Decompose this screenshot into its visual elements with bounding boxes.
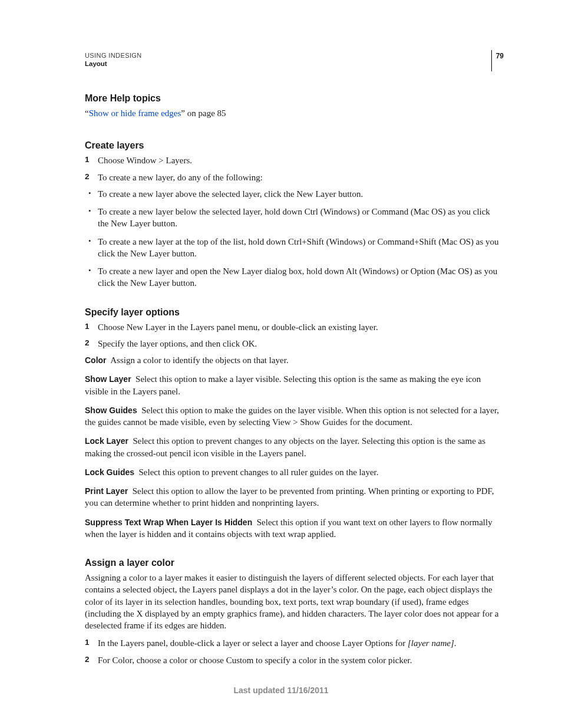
step-number: 1 (85, 321, 90, 332)
assign-color-steps: 1 In the Layers panel, double-click a la… (85, 637, 500, 666)
list-item: To create a new layer above the selected… (85, 188, 500, 200)
step-text: Specify the layer options, and then clic… (98, 339, 257, 348)
list-item: To create a new layer at the top of the … (85, 236, 500, 260)
specify-options-steps: 1Choose New Layer in the Layers panel me… (85, 321, 500, 350)
def-show-layer: Show Layer Select this option to make a … (85, 373, 500, 397)
create-layers-bullets: To create a new layer above the selected… (85, 188, 500, 289)
page: USING INDESIGN Layout 79 More Help topic… (0, 0, 562, 728)
step-text-post: . (454, 638, 457, 648)
step-text-ital: [layer name] (408, 638, 454, 648)
def-suppress-text-wrap: Suppress Text Wrap When Layer Is Hidden … (85, 516, 500, 541)
list-item: 2To create a new layer, do any of the fo… (85, 172, 500, 183)
def-text: Select this option to make the guides on… (85, 406, 499, 427)
more-help-heading: More Help topics (85, 93, 500, 104)
step-number: 1 (85, 637, 90, 648)
bullet-text: To create a new layer at the top of the … (98, 237, 499, 258)
bullet-text: To create a new layer below the selected… (98, 207, 490, 228)
def-term: Suppress Text Wrap When Layer Is Hidden (85, 518, 252, 527)
page-header: USING INDESIGN Layout 79 (85, 52, 500, 67)
bullet-text: To create a new layer and open the New L… (98, 266, 497, 288)
def-show-guides: Show Guides Select this option to make t… (85, 404, 500, 429)
assign-color-intro: Assigning a color to a layer makes it ea… (85, 572, 500, 631)
def-text: Select this option to prevent changes to… (139, 467, 379, 477)
list-item: 1 In the Layers panel, double-click a la… (85, 637, 500, 649)
def-term: Lock Layer (85, 436, 128, 446)
def-lock-layer: Lock Layer Select this option to prevent… (85, 435, 500, 459)
create-layers-heading: Create layers (85, 140, 500, 151)
def-lock-guides: Lock Guides Select this option to preven… (85, 466, 500, 478)
section-create-layers: Create layers 1Choose Window > Layers. 2… (85, 140, 500, 289)
def-text: Select this option to prevent changes to… (85, 436, 485, 457)
list-item: 1Choose Window > Layers. (85, 154, 500, 166)
list-item: 2Specify the layer options, and then cli… (85, 338, 500, 350)
link-show-hide-frame-edges[interactable]: Show or hide frame edges (89, 108, 181, 118)
page-number: 79 (496, 52, 504, 60)
quote-close: ” (181, 108, 185, 118)
list-item: To create a new layer below the selected… (85, 206, 500, 230)
def-term: Show Guides (85, 406, 137, 415)
def-text: Select this option to make a layer visib… (85, 374, 481, 396)
def-term: Show Layer (85, 374, 131, 384)
def-text: Assign a color to identify the objects o… (110, 355, 288, 365)
step-number: 1 (85, 154, 90, 165)
header-doc-title: USING INDESIGN (85, 52, 500, 59)
quote-open: “ (85, 108, 89, 118)
bullet-text: To create a new layer above the selected… (98, 189, 363, 199)
header-rule (491, 50, 492, 71)
list-item: To create a new layer and open the New L… (85, 265, 500, 289)
step-text: For Color, choose a color or choose Cust… (98, 655, 412, 665)
step-number: 2 (85, 172, 90, 182)
list-item: 1Choose New Layer in the Layers panel me… (85, 321, 500, 333)
def-text: Select this option to allow the layer to… (85, 486, 494, 508)
section-assign-color: Assign a layer color Assigning a color t… (85, 558, 500, 666)
step-text: To create a new layer, do any of the fol… (98, 173, 263, 182)
step-number: 2 (85, 338, 90, 348)
section-specify-options: Specify layer options 1Choose New Layer … (85, 307, 500, 541)
def-print-layer: Print Layer Select this option to allow … (85, 485, 500, 509)
step-text: Choose New Layer in the Layers panel men… (98, 322, 378, 332)
step-number: 2 (85, 654, 90, 665)
header-section: Layout (85, 60, 500, 67)
link-suffix: on page 85 (185, 108, 226, 118)
specify-options-heading: Specify layer options (85, 307, 500, 318)
more-help-link-line: “Show or hide frame edges” on page 85 (85, 107, 500, 119)
step-text-pre: In the Layers panel, double-click a laye… (98, 638, 408, 648)
create-layers-steps: 1Choose Window > Layers. 2To create a ne… (85, 154, 500, 183)
def-term: Lock Guides (85, 467, 134, 477)
more-help-topics: More Help topics “Show or hide frame edg… (85, 93, 500, 119)
assign-color-heading: Assign a layer color (85, 558, 500, 568)
def-term: Color (85, 355, 107, 365)
step-text: Choose Window > Layers. (98, 156, 192, 165)
list-item: 2 For Color, choose a color or choose Cu… (85, 654, 500, 666)
footer-updated: Last updated 11/16/2011 (0, 686, 562, 695)
def-term: Print Layer (85, 486, 128, 496)
def-color: Color Assign a color to identify the obj… (85, 354, 500, 366)
